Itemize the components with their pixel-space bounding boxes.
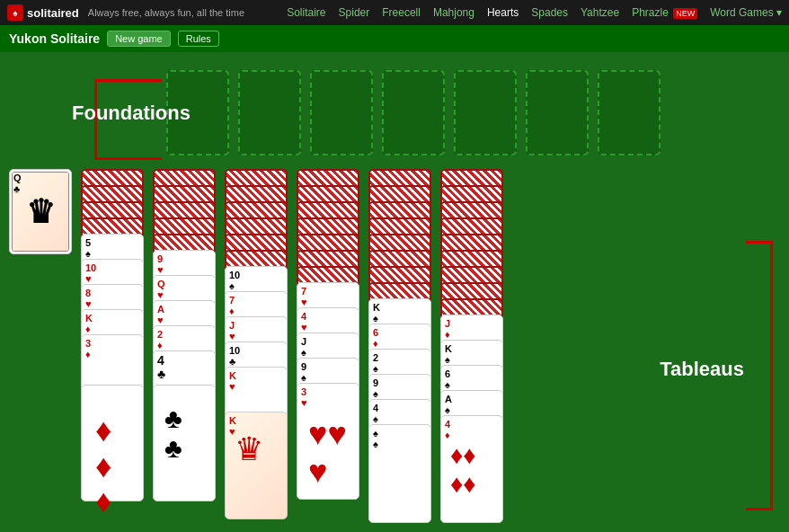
new-game-button[interactable]: New game xyxy=(107,31,171,47)
card-label: 4♥ xyxy=(301,311,307,332)
card-diamonds-big[interactable]: ♦♦♦ xyxy=(81,385,144,501)
game-title: Yukon Solitaire xyxy=(9,31,100,46)
card-label: 9♠ xyxy=(301,361,306,383)
card-label: 4♣ xyxy=(157,354,165,382)
card-label: 9♥ xyxy=(157,253,164,275)
card-label: 10♣ xyxy=(229,345,240,367)
card-label: 2♦ xyxy=(157,329,163,350)
card-label: A♥ xyxy=(157,304,164,325)
card-label: 5♠ xyxy=(85,237,91,259)
foundation-slot-5[interactable] xyxy=(454,70,517,155)
card-label: K♦ xyxy=(85,313,93,334)
card-label: 2♠ xyxy=(373,352,378,374)
card-rank-top: Q♣ xyxy=(13,173,22,194)
card-label: 10♠ xyxy=(229,270,240,291)
foundation-slot-4[interactable] xyxy=(382,70,445,155)
card-4-diamonds-big[interactable]: 4♦ ♦♦♦♦ xyxy=(440,415,503,523)
card-label: 6♠ xyxy=(445,368,450,390)
nav-word-games[interactable]: Word Games xyxy=(710,6,782,19)
card-label: 7♥ xyxy=(301,286,307,307)
card-label: 10♥ xyxy=(85,262,96,284)
card-label: 7♦ xyxy=(229,295,235,316)
tagline: Always free, always fun, all the time xyxy=(88,7,287,18)
card-label: ♦♦♦ xyxy=(95,412,111,519)
card-spades-big[interactable]: ♠♠ xyxy=(368,424,431,523)
foundation-slot-6[interactable] xyxy=(526,70,589,155)
card-label: Q♥ xyxy=(157,279,165,300)
card-label: J♥ xyxy=(229,320,235,341)
foundation-slot-3[interactable] xyxy=(310,70,373,155)
card-label: ♠♠ xyxy=(373,428,378,449)
nav-solitaire[interactable]: Solitaire xyxy=(287,6,325,19)
card-clubs-big[interactable]: ♣♣ xyxy=(153,385,216,501)
card-label: K♠ xyxy=(373,302,380,324)
header: ♠ solitaired Always free, always fun, al… xyxy=(0,0,789,25)
card-label: 9♠ xyxy=(373,377,378,399)
game-area: Foundations Tableaus ♛ Q♣ 5♠ 10♥ 8♥ xyxy=(0,52,789,532)
nav-phrazle[interactable]: Phrazle NEW xyxy=(632,6,697,19)
card-label: K♠ xyxy=(445,343,452,365)
card-label: 3♥ xyxy=(301,386,307,408)
card-label: 3♦ xyxy=(85,338,91,359)
nav: Solitaire Spider Freecell Mahjong Hearts… xyxy=(287,6,782,19)
pile-col-1: ♛ Q♣ xyxy=(9,169,72,254)
nav-freecell[interactable]: Freecell xyxy=(382,6,421,19)
card-label: 8♥ xyxy=(85,288,92,309)
rules-button[interactable]: Rules xyxy=(178,31,219,47)
foundation-label: Foundations xyxy=(72,102,191,125)
titlebar: Yukon Solitaire New game Rules xyxy=(0,25,789,52)
logo: ♠ solitaired xyxy=(7,4,79,21)
card-king-hearts-face[interactable]: K♥ ♛ xyxy=(225,412,288,519)
logo-icon: ♠ xyxy=(7,4,23,21)
card-label: K♥ xyxy=(229,370,236,392)
nav-mahjong[interactable]: Mahjong xyxy=(433,6,474,19)
card-label: A♠ xyxy=(445,394,452,415)
card-label: 4♠ xyxy=(373,403,378,424)
card-label: 6♦ xyxy=(373,327,378,349)
logo-text: solitaired xyxy=(27,6,79,20)
foundation-slot-7[interactable] xyxy=(598,70,660,155)
card-label: J♠ xyxy=(301,336,306,358)
nav-spider[interactable]: Spider xyxy=(339,6,370,19)
nav-hearts[interactable]: Hearts xyxy=(487,6,519,19)
nav-yahtzee[interactable]: Yahtzee xyxy=(581,6,619,19)
tableau-label: Tableaus xyxy=(660,358,744,381)
foundation-slot-2[interactable] xyxy=(238,70,301,155)
tableau-bracket xyxy=(746,241,773,510)
card-label: ♣♣ xyxy=(164,403,182,463)
card-3-hearts-big[interactable]: 3♥ ♥♥♥ xyxy=(297,383,359,500)
card-label: 4♦ xyxy=(445,419,450,440)
card-queen-clubs[interactable]: ♛ Q♣ xyxy=(9,169,72,254)
nav-spades[interactable]: Spades xyxy=(531,6,568,19)
card-label: J♦ xyxy=(445,318,450,340)
